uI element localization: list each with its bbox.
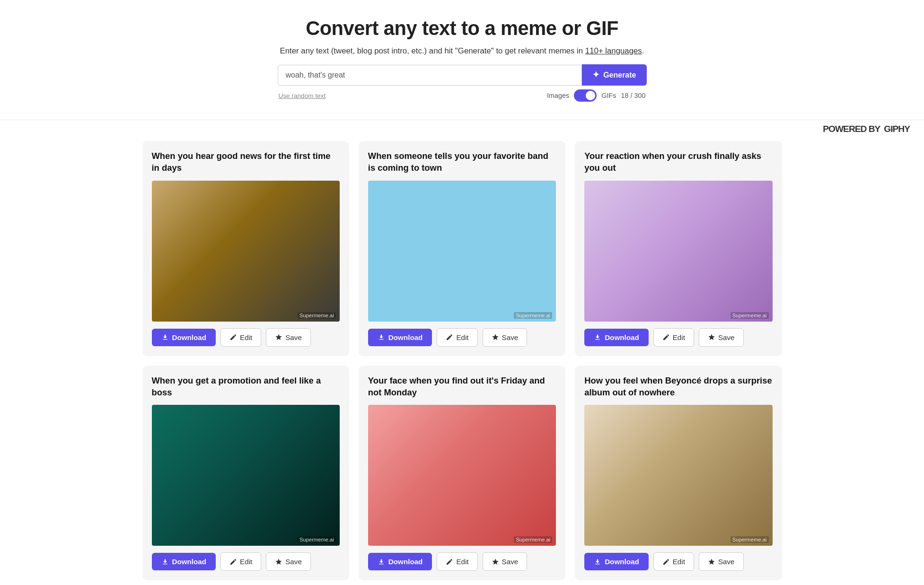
meme-text: Your reaction when your crush finally as… — [584, 150, 772, 174]
page-title: Convert any text to a meme or GIF — [9, 17, 915, 40]
edit-icon — [229, 333, 237, 341]
download-button[interactable]: Download — [368, 329, 432, 346]
meme-image: Supermeme.ai — [368, 405, 556, 546]
watermark: Supermeme.ai — [730, 312, 769, 319]
count-badge: 18 / 300 — [621, 92, 645, 99]
meme-text: When you get a promotion and feel like a… — [152, 375, 340, 399]
meme-card: How you feel when Beyoncé drops a surpri… — [575, 366, 782, 581]
generate-icon: ✦ — [592, 70, 599, 80]
star-icon — [492, 333, 499, 341]
save-button[interactable]: Save — [266, 552, 311, 571]
watermark: Supermeme.ai — [514, 536, 552, 543]
download-button[interactable]: Download — [368, 553, 432, 570]
meme-text: When someone tells you your favorite ban… — [368, 150, 556, 174]
download-icon — [161, 333, 169, 341]
page-header: Convert any text to a meme or GIF Enter … — [0, 0, 924, 111]
meme-card: Your reaction when your crush finally as… — [575, 141, 782, 356]
star-icon — [708, 333, 715, 341]
edit-button[interactable]: Edit — [437, 328, 477, 347]
meme-image: Supermeme.ai — [152, 181, 340, 322]
toggle-area: Images GIFs 18 / 300 — [547, 89, 645, 102]
edit-icon — [229, 558, 237, 566]
meme-text: When you hear good news for the first ti… — [152, 150, 340, 174]
edit-icon — [662, 333, 670, 341]
meme-card: When you hear good news for the first ti… — [142, 141, 349, 356]
download-button[interactable]: Download — [584, 553, 649, 570]
card-actions: Download Edit Save — [368, 552, 556, 571]
meme-image: Supermeme.ai — [368, 181, 556, 322]
download-icon — [378, 333, 385, 341]
star-icon — [492, 558, 499, 566]
card-actions: Download Edit Save — [152, 328, 340, 347]
card-actions: Download Edit Save — [368, 328, 556, 347]
meme-card: Your face when you find out it's Friday … — [359, 366, 565, 581]
star-icon — [708, 558, 715, 566]
edit-icon — [662, 558, 670, 566]
cards-grid: When you hear good news for the first ti… — [131, 136, 793, 585]
meme-card: When you get a promotion and feel like a… — [142, 366, 349, 581]
generate-button[interactable]: ✦ Generate — [582, 64, 646, 86]
card-actions: Download Edit Save — [584, 552, 772, 571]
save-button[interactable]: Save — [699, 328, 744, 347]
search-meta: Use random text Images GIFs 18 / 300 — [278, 89, 647, 102]
gif-toggle[interactable] — [574, 89, 597, 102]
edit-button[interactable]: Edit — [220, 328, 261, 347]
download-icon — [594, 333, 601, 341]
card-actions: Download Edit Save — [152, 552, 340, 571]
search-input[interactable] — [278, 65, 582, 86]
download-button[interactable]: Download — [152, 553, 216, 570]
save-button[interactable]: Save — [483, 552, 528, 571]
meme-image: Supermeme.ai — [584, 405, 772, 546]
meme-card: When someone tells you your favorite ban… — [359, 141, 565, 356]
giphy-credit: POWERED BY GIPHY — [0, 120, 924, 136]
edit-button[interactable]: Edit — [653, 552, 694, 571]
download-icon — [378, 558, 385, 566]
watermark: Supermeme.ai — [298, 312, 336, 319]
download-icon — [594, 558, 601, 566]
save-button[interactable]: Save — [483, 328, 528, 347]
watermark: Supermeme.ai — [514, 312, 552, 319]
watermark: Supermeme.ai — [730, 536, 769, 543]
languages-link[interactable]: 110+ languages — [585, 46, 642, 55]
save-button[interactable]: Save — [266, 328, 311, 347]
star-icon — [275, 558, 282, 566]
star-icon — [275, 333, 282, 341]
toggle-images-label: Images — [547, 92, 569, 99]
edit-icon — [446, 333, 453, 341]
edit-button[interactable]: Edit — [437, 552, 477, 571]
meme-image: Supermeme.ai — [584, 181, 772, 322]
edit-button[interactable]: Edit — [220, 552, 261, 571]
download-button[interactable]: Download — [152, 329, 216, 346]
meme-text: How you feel when Beyoncé drops a surpri… — [584, 375, 772, 399]
page-subtitle: Enter any text (tweet, blog post intro, … — [9, 46, 915, 56]
download-button[interactable]: Download — [584, 329, 649, 346]
download-icon — [161, 558, 169, 566]
edit-icon — [446, 558, 453, 566]
search-bar: ✦ Generate — [278, 64, 647, 86]
edit-button[interactable]: Edit — [653, 328, 694, 347]
card-actions: Download Edit Save — [584, 328, 772, 347]
meme-text: Your face when you find out it's Friday … — [368, 375, 556, 399]
toggle-gifs-label: GIFs — [601, 92, 616, 99]
watermark: Supermeme.ai — [298, 536, 336, 543]
save-button[interactable]: Save — [699, 552, 744, 571]
meme-image: Supermeme.ai — [152, 405, 340, 546]
random-text-link[interactable]: Use random text — [279, 92, 326, 99]
